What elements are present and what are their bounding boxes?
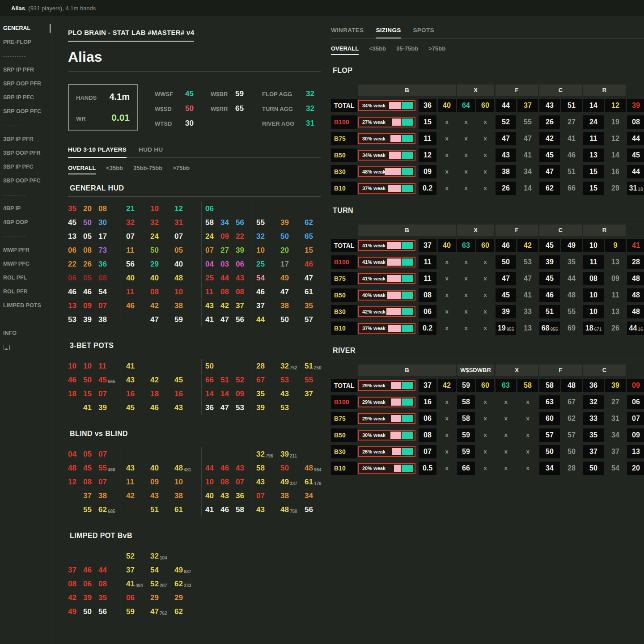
stat-cell: 62 (561, 412, 582, 425)
hud-cell: 46 (256, 288, 280, 297)
row-label-b30: B30 (331, 165, 357, 178)
sample-count: 466 (108, 467, 115, 472)
subtab-35-75bb[interactable]: 35-75bb (396, 45, 418, 55)
hud-cell: 10 (68, 362, 83, 371)
column-header-c: C (583, 364, 626, 376)
hud-group: 464654 (68, 285, 120, 299)
subtab-35bb[interactable]: <35bb (106, 165, 123, 174)
stat-cell: x (496, 395, 516, 409)
stat-cell: 59 (457, 428, 475, 442)
sidebar-item-mwp-pfr[interactable]: MWP PFR (0, 243, 52, 257)
sidebar-item-rol-pfr[interactable]: ROL PFR (0, 285, 52, 299)
sidebar-image-button[interactable] (0, 340, 52, 352)
stat-cell: 57 (561, 428, 582, 442)
stat-cell: x (438, 445, 456, 458)
hud-group: 352008 (68, 202, 120, 216)
sidebar-item-limped-pots[interactable]: LIMPED POTS (0, 299, 52, 313)
tab-winrates[interactable]: WINRATES (331, 27, 364, 38)
subtab-75bb[interactable]: >75bb (173, 165, 190, 174)
hud-group: 553962 (253, 216, 329, 229)
sidebar-item-3bp-ip-pfr[interactable]: 3BP IP PFR (0, 132, 52, 146)
right-tabs: WINRATESSIZINGSSPOTS (331, 27, 644, 38)
tab-hud-3-10-players[interactable]: HUD 3-10 PLAYERS (68, 146, 127, 158)
stat-cell: 11 (583, 255, 604, 269)
stat-cell: 26 (496, 182, 516, 195)
sidebar-item-pre-flop[interactable]: PRE-FLOP (0, 35, 52, 49)
topbar-meta: , (931 players), 4.1m hands (25, 5, 96, 12)
tab-spots[interactable]: SPOTS (413, 27, 434, 38)
sidebar-item-srp-oop-pfc[interactable]: SRP OOP PFC (0, 105, 52, 119)
hud-group: 434245 (120, 373, 201, 387)
sidebar-item-general[interactable]: GENERAL (0, 21, 52, 35)
sidebar-item-mwp-pfc[interactable]: MWP PFC (0, 257, 52, 271)
subtab-35bb-75bb[interactable]: 35bb-75bb (133, 165, 162, 174)
weak-bar-label: 40% weak (362, 291, 386, 300)
tab-hud-hu[interactable]: HUD HU (139, 146, 163, 157)
sidebar-item-3bp-oop-pfr[interactable]: 3BP OOP PFR (0, 146, 52, 160)
hud-cell: 32 (126, 218, 150, 227)
sidebar-item-3bp-oop-pfc[interactable]: 3BP OOP PFC (0, 174, 52, 188)
hud-group: 404048 (120, 271, 201, 285)
hud-cell: 54 (256, 274, 280, 283)
hud-group: 375449687 (120, 563, 201, 577)
sidebar-item-srp-oop-pfr[interactable]: SRP OOP PFR (0, 77, 52, 91)
hud-cell: 45 (83, 464, 98, 473)
stat-cell: 24 (583, 115, 604, 129)
subtab-35bb[interactable]: <35bb (369, 45, 386, 55)
tab-sizings[interactable]: SIZINGS (376, 27, 401, 38)
strong-bar-fill (402, 102, 413, 109)
hud-group: 254443 (201, 271, 253, 285)
hud-cell: 10 (83, 362, 98, 371)
sidebar-item-3bp-ip-pfc[interactable]: 3BP IP PFC (0, 160, 52, 174)
sample-count: 176 (314, 481, 322, 486)
subtab-overall[interactable]: OVERALL (331, 45, 359, 55)
hud-cell: 40 (174, 260, 199, 269)
image-icon (4, 345, 10, 350)
hud-cell: 54 (98, 288, 114, 297)
hud-group: 354337 (253, 387, 329, 401)
hud-cell: 20 (83, 204, 98, 213)
weak-bar: 42% weak (358, 306, 415, 317)
hud-cell: 29 (150, 260, 174, 269)
sidebar-item-4bp-ip[interactable]: 4BP IP (0, 202, 52, 216)
hud-cell: 51 (150, 505, 174, 514)
hud-cell: 06 (83, 580, 98, 589)
weak-bar-label: 26% weak (362, 447, 386, 456)
stat-cell: 51 (561, 99, 582, 112)
hud-cell: 05 (83, 232, 98, 241)
sidebar-item-info[interactable]: INFO (0, 326, 52, 340)
hud-cell: 30 (98, 218, 114, 227)
hud-cell: 37 (126, 566, 150, 575)
hud-cell: 07 (98, 478, 114, 487)
hud-cell: 49 (280, 274, 305, 283)
hud-cell: 08 (83, 478, 98, 487)
sidebar-item-srp-ip-pfc[interactable]: SRP IP PFC (0, 91, 52, 105)
row-label-total: TOTAL (331, 99, 357, 112)
sidebar-divider: ---------- (0, 188, 52, 202)
hud-cell: 12 (68, 478, 83, 487)
column-header-x: X (457, 225, 494, 236)
sidebar-item-4bp-oop[interactable]: 4BP OOP (0, 216, 52, 229)
stat-cell: x (457, 255, 475, 269)
hud-cell: 07 (256, 491, 280, 500)
hud-cell: 55 (256, 218, 280, 227)
subtab-overall[interactable]: OVERALL (68, 165, 96, 174)
hud-cell: 43 (236, 464, 251, 473)
stat-cell: x (476, 148, 494, 162)
stat-cell: 16 (419, 395, 436, 409)
stat-cell: 39 (539, 255, 560, 269)
subtab-75bb[interactable]: >75bb (428, 45, 445, 55)
row-label-b10: B10 (331, 322, 357, 335)
weak-bar-label: 29% weak (362, 381, 386, 390)
weak-bar-fill (394, 465, 401, 472)
stat-cell: 31 (605, 412, 626, 425)
column-header-f: F (496, 85, 538, 96)
hud-cell: 47 (280, 288, 305, 297)
sidebar-item-srp-ip-pfr[interactable]: SRP IP PFR (0, 63, 52, 77)
hud-cell: 32104 (150, 552, 174, 561)
weak-bar: 30% weak (358, 430, 415, 441)
hud-cell: 22 (236, 232, 251, 241)
sidebar-item-rol-pfl[interactable]: ROL PFL (0, 271, 52, 285)
hud-cell: 45565 (98, 376, 114, 385)
stat-cell: x (476, 255, 494, 269)
